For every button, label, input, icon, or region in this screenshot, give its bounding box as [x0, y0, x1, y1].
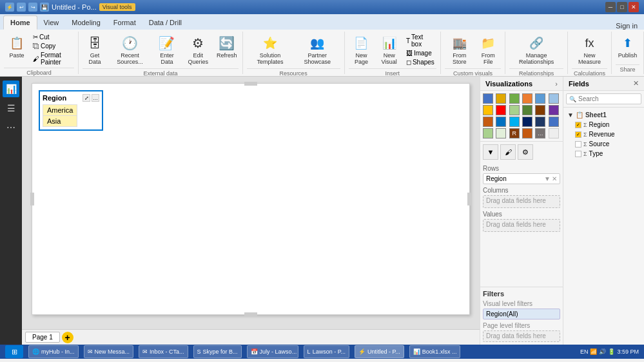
field-item-type[interactable]: Σ Type — [566, 149, 641, 158]
visual-more-btn[interactable]: … — [92, 94, 99, 102]
taskbar-app-july[interactable]: 📅 July - Lawso... — [247, 345, 298, 358]
type-checkbox[interactable] — [575, 151, 581, 157]
cut-btn[interactable]: ✂ Cut — [31, 33, 74, 41]
viz-matrix-icon[interactable] — [496, 128, 506, 138]
resize-handle-top[interactable] — [244, 82, 257, 86]
sign-in[interactable]: Sign in — [609, 22, 644, 30]
resize-handle-right[interactable] — [467, 193, 471, 205]
viz-col-icon[interactable] — [509, 93, 520, 104]
rows-field-remove[interactable]: ✕ — [552, 175, 557, 182]
copy-btn[interactable]: ⿻ Copy — [31, 42, 74, 50]
partner-showcase-btn[interactable]: 👥 Partner Showcase — [295, 33, 340, 67]
resize-handle-bottom[interactable] — [244, 312, 257, 316]
report-view-icon[interactable]: 📊 — [3, 81, 19, 97]
viz-pie-icon[interactable] — [522, 105, 532, 115]
manage-relationships-btn[interactable]: 🔗 Manage Relationships — [509, 33, 563, 67]
page-tab-1[interactable]: Page 1 — [25, 332, 60, 343]
solution-templates-btn[interactable]: ⭐ Solution Templates — [247, 33, 293, 67]
tab-view[interactable]: View — [37, 15, 66, 30]
image-btn[interactable]: 🖼 Image — [404, 49, 436, 57]
fields-group-sheet1[interactable]: ▼ 📋 Sheet1 — [566, 110, 641, 120]
new-page-btn[interactable]: 📄 New Page — [349, 33, 375, 67]
region-checkbox[interactable]: ✓ — [575, 122, 581, 128]
viz-bar-icon[interactable] — [496, 93, 506, 104]
viz-card-icon[interactable] — [522, 117, 532, 127]
window-controls[interactable]: ─ □ ✕ — [605, 2, 639, 12]
field-item-revenue[interactable]: ✓ Σ Revenue — [566, 129, 641, 139]
source-checkbox[interactable] — [575, 141, 581, 148]
viz-gauge-icon[interactable] — [509, 117, 520, 127]
viz-table-icon[interactable] — [483, 128, 493, 138]
viz-slicer-icon[interactable] — [549, 117, 559, 127]
resize-handle-left[interactable] — [30, 193, 34, 205]
viz-area-icon[interactable] — [549, 93, 559, 104]
viz-custom-icon[interactable] — [522, 128, 532, 138]
viz-scatter-icon[interactable] — [509, 105, 520, 115]
textbox-btn[interactable]: T Text box — [404, 33, 436, 48]
tab-home[interactable]: Home — [3, 15, 37, 30]
revenue-checkbox[interactable]: ✓ — [575, 131, 581, 138]
redo-icon[interactable]: ↪ — [28, 3, 37, 12]
taskbar-app-powerbi[interactable]: ⚡ Untitled - P... — [355, 345, 404, 358]
undo-icon[interactable]: ↩ — [17, 3, 26, 12]
enter-data-btn[interactable]: 📝 Enter Data — [153, 33, 181, 67]
taskbar-app-inbox[interactable]: ✉ Inbox - CTa... — [139, 345, 188, 358]
visual-focus-btn[interactable]: ⤢ — [83, 94, 90, 102]
shapes-btn[interactable]: ◻ Shapes — [404, 58, 436, 66]
taskbar-app-newmessa[interactable]: ✉ New Messa... — [84, 345, 134, 358]
relationship-view-icon[interactable]: ⋯ — [3, 119, 19, 136]
viz-format-btn[interactable]: 🖌 — [500, 144, 516, 160]
field-item-source[interactable]: Σ Source — [566, 139, 641, 149]
publish-btn[interactable]: ⬆ Publish — [616, 33, 639, 61]
viz-stacked-bar-icon[interactable] — [483, 93, 493, 104]
viz-funnel-icon[interactable] — [496, 117, 506, 127]
viz-waterfall-icon[interactable] — [496, 105, 506, 115]
paste-btn[interactable]: 📋 Paste — [4, 33, 30, 61]
canvas-visual[interactable]: Region ⤢ … America Asia — [39, 90, 103, 131]
maximize-btn[interactable]: □ — [617, 2, 627, 12]
taskbar-app-lawson[interactable]: L Lawson - P... — [304, 345, 349, 358]
viz-analytics-btn[interactable]: ⚙ — [518, 144, 533, 160]
columns-drop[interactable]: Drag data fields here — [483, 195, 560, 208]
taskbar-app-skype[interactable]: S Skype for B... — [193, 345, 242, 358]
tab-data-drill[interactable]: Data / Drill — [142, 15, 188, 30]
viz-treemap-icon[interactable] — [535, 105, 545, 115]
viz-r-script-icon[interactable]: R — [509, 128, 520, 138]
viz-kpi-icon[interactable] — [535, 117, 545, 127]
tab-format[interactable]: Format — [107, 15, 142, 30]
from-file-btn[interactable]: 📁 From File — [475, 33, 501, 67]
get-data-btn[interactable]: 🗄 Get Data — [83, 33, 107, 67]
viz-ribbon-icon[interactable] — [483, 105, 493, 115]
from-store-btn[interactable]: 🏬 From Store — [445, 33, 474, 67]
rows-field-chevron[interactable]: ▼ — [544, 175, 551, 182]
fields-search-input[interactable] — [578, 95, 630, 102]
edit-queries-btn[interactable]: ⚙ Edit Queries — [182, 33, 214, 67]
viz-expand-btn[interactable]: › — [555, 80, 558, 88]
taskbar-app-excel[interactable]: 📊 Book1.xlsx ... — [409, 345, 461, 358]
region-all-filter[interactable]: Region(All) — [483, 309, 560, 319]
page-drop[interactable]: Drag data fields here — [483, 330, 560, 342]
rows-field-pill[interactable]: Region ▼ ✕ — [483, 173, 560, 184]
minimize-btn[interactable]: ─ — [605, 2, 616, 12]
fields-expand-btn[interactable]: ✕ — [633, 79, 639, 88]
field-item-region[interactable]: ✓ Σ Region — [566, 120, 641, 129]
recent-sources-btn[interactable]: 🕐 Recent Sources... — [108, 33, 151, 67]
viz-stacked-col-icon[interactable] — [522, 93, 532, 104]
viz-map-icon[interactable] — [549, 105, 559, 115]
new-measure-btn[interactable]: fx New Measure — [572, 33, 607, 67]
viz-fields-btn[interactable]: ▼ — [483, 144, 498, 160]
add-page-btn[interactable]: + — [62, 332, 73, 343]
save-icon[interactable]: 💾 — [40, 3, 49, 12]
viz-filledmap-icon[interactable] — [483, 117, 493, 127]
start-btn[interactable]: ⊞ — [5, 345, 23, 358]
values-drop[interactable]: Drag data fields here — [483, 219, 560, 232]
close-btn[interactable]: ✕ — [629, 2, 639, 12]
viz-line-icon[interactable] — [535, 93, 545, 104]
format-painter-btn[interactable]: 🖌 Format Painter — [31, 51, 74, 66]
new-visual-btn[interactable]: 📊 New Visual — [375, 33, 403, 67]
taskbar-app-myhub[interactable]: 🌐 myHub - In... — [28, 345, 79, 358]
data-view-icon[interactable]: ☰ — [3, 100, 19, 117]
viz-more-icon[interactable]: … — [535, 128, 545, 138]
tab-modeling[interactable]: Modeling — [65, 15, 107, 30]
refresh-btn[interactable]: 🔄 Refresh — [215, 33, 239, 61]
